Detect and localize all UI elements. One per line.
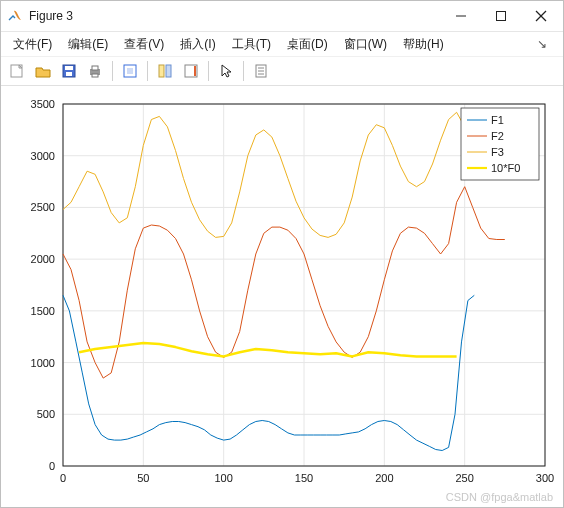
save-icon[interactable] <box>57 60 81 82</box>
svg-rect-14 <box>166 65 171 77</box>
menu-help[interactable]: 帮助(H) <box>395 36 452 53</box>
toolbar <box>1 57 563 86</box>
svg-text:250: 250 <box>455 472 473 484</box>
print-icon[interactable] <box>83 60 107 82</box>
toolbar-separator <box>208 61 209 81</box>
minimize-button[interactable] <box>441 1 481 31</box>
svg-text:1500: 1500 <box>31 305 55 317</box>
window-controls <box>441 1 561 31</box>
menubar: 文件(F) 编辑(E) 查看(V) 插入(I) 工具(T) 桌面(D) 窗口(W… <box>1 32 563 57</box>
svg-text:3000: 3000 <box>31 150 55 162</box>
open-icon[interactable] <box>31 60 55 82</box>
svg-text:150: 150 <box>295 472 313 484</box>
svg-rect-1 <box>497 12 506 21</box>
menu-insert[interactable]: 插入(I) <box>172 36 223 53</box>
menu-file[interactable]: 文件(F) <box>5 36 60 53</box>
figure-window: Figure 3 文件(F) 编辑(E) 查看(V) 插入(I) 工具(T) 桌… <box>0 0 564 508</box>
svg-rect-7 <box>66 72 72 76</box>
toolbar-separator <box>147 61 148 81</box>
svg-text:2000: 2000 <box>31 253 55 265</box>
svg-rect-6 <box>65 66 73 70</box>
svg-text:10*F0: 10*F0 <box>491 162 520 174</box>
svg-text:2500: 2500 <box>31 201 55 213</box>
menu-tools[interactable]: 工具(T) <box>224 36 279 53</box>
insert-colorbar-icon[interactable] <box>179 60 203 82</box>
svg-text:500: 500 <box>37 408 55 420</box>
svg-text:300: 300 <box>536 472 554 484</box>
svg-text:3500: 3500 <box>31 98 55 110</box>
svg-text:100: 100 <box>214 472 232 484</box>
titlebar: Figure 3 <box>1 1 563 32</box>
svg-text:F3: F3 <box>491 146 504 158</box>
watermark: CSDN @fpga&matlab <box>446 491 553 503</box>
toolbar-separator <box>243 61 244 81</box>
link-axes-icon[interactable] <box>153 60 177 82</box>
svg-rect-10 <box>92 74 98 77</box>
toolbar-separator <box>112 61 113 81</box>
menu-edit[interactable]: 编辑(E) <box>60 36 116 53</box>
maximize-button[interactable] <box>481 1 521 31</box>
edit-plot-icon[interactable] <box>118 60 142 82</box>
menu-chevron-icon[interactable]: ↘ <box>525 37 559 51</box>
svg-text:1000: 1000 <box>31 357 55 369</box>
svg-text:F1: F1 <box>491 114 504 126</box>
svg-text:F2: F2 <box>491 130 504 142</box>
menu-desktop[interactable]: 桌面(D) <box>279 36 336 53</box>
pointer-icon[interactable] <box>214 60 238 82</box>
svg-rect-12 <box>127 68 133 74</box>
menu-view[interactable]: 查看(V) <box>116 36 172 53</box>
svg-rect-16 <box>194 66 196 76</box>
close-button[interactable] <box>521 1 561 31</box>
property-inspector-icon[interactable] <box>249 60 273 82</box>
menu-window[interactable]: 窗口(W) <box>336 36 395 53</box>
axes[interactable]: 0501001502002503000500100015002000250030… <box>1 86 563 507</box>
svg-text:0: 0 <box>60 472 66 484</box>
new-figure-icon[interactable] <box>5 60 29 82</box>
window-title: Figure 3 <box>29 9 441 23</box>
svg-text:0: 0 <box>49 460 55 472</box>
svg-rect-9 <box>92 66 98 70</box>
matlab-icon <box>7 8 23 24</box>
svg-text:50: 50 <box>137 472 149 484</box>
svg-text:200: 200 <box>375 472 393 484</box>
svg-rect-13 <box>159 65 164 77</box>
